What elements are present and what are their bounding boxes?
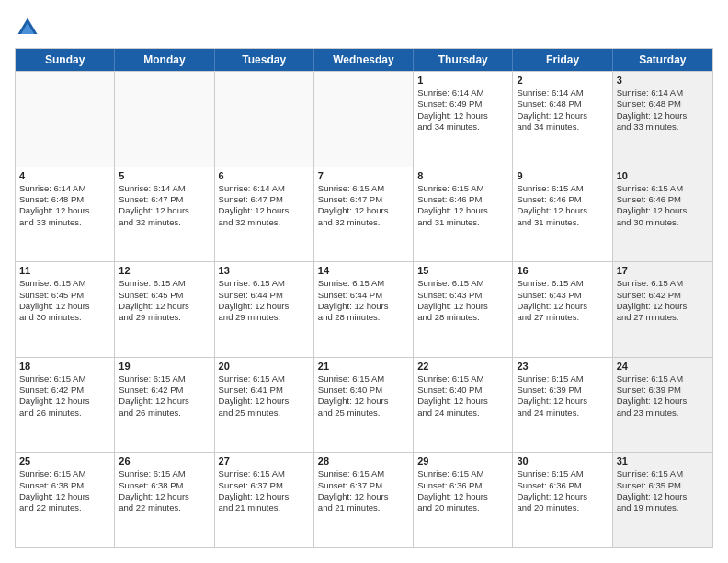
daylight-hours: and 34 minutes. <box>417 121 508 132</box>
day-number: 22 <box>417 361 508 372</box>
daylight-hours: Daylight: 12 hours <box>617 396 709 407</box>
day-number: 18 <box>19 361 110 372</box>
header-day-monday: Monday <box>115 49 214 71</box>
daylight-hours: Sunrise: 6:15 AM <box>417 278 508 289</box>
daylight-hours: Sunrise: 6:14 AM <box>517 87 608 98</box>
daylight-hours: and 33 minutes. <box>19 217 110 228</box>
header-day-thursday: Thursday <box>414 49 513 71</box>
daylight-hours: Daylight: 12 hours <box>417 491 508 502</box>
daylight-hours: Sunrise: 6:15 AM <box>19 373 110 385</box>
daylight-hours: Sunset: 6:47 PM <box>318 194 409 205</box>
daylight-hours: Daylight: 12 hours <box>517 205 608 216</box>
daylight-hours: Sunset: 6:44 PM <box>219 290 310 301</box>
day-number: 24 <box>617 361 709 372</box>
daylight-hours: Sunrise: 6:14 AM <box>417 87 508 98</box>
daylight-hours: Sunset: 6:38 PM <box>119 480 210 491</box>
table-row: 16Sunrise: 6:15 AMSunset: 6:43 PMDayligh… <box>513 262 612 357</box>
daylight-hours: Daylight: 12 hours <box>219 491 310 502</box>
week-row-3: 18Sunrise: 6:15 AMSunset: 6:42 PMDayligh… <box>16 357 712 453</box>
daylight-hours: and 27 minutes. <box>617 312 709 323</box>
daylight-hours: Daylight: 12 hours <box>517 301 608 312</box>
day-number: 4 <box>19 170 110 181</box>
daylight-hours: Daylight: 12 hours <box>19 205 110 216</box>
daylight-hours: Daylight: 12 hours <box>219 396 310 407</box>
table-row: 24Sunrise: 6:15 AMSunset: 6:39 PMDayligh… <box>613 358 712 453</box>
daylight-hours: and 26 minutes. <box>19 408 110 419</box>
daylight-hours: and 29 minutes. <box>119 312 210 323</box>
table-row: 21Sunrise: 6:15 AMSunset: 6:40 PMDayligh… <box>314 358 414 453</box>
page: SundayMondayTuesdayWednesdayThursdayFrid… <box>0 0 728 563</box>
daylight-hours: and 32 minutes. <box>318 217 409 228</box>
day-number: 15 <box>417 265 508 276</box>
daylight-hours: Sunrise: 6:15 AM <box>417 373 508 385</box>
daylight-hours: Sunrise: 6:15 AM <box>617 373 709 385</box>
table-row: 10Sunrise: 6:15 AMSunset: 6:46 PMDayligh… <box>613 167 712 262</box>
daylight-hours: Sunset: 6:35 PM <box>617 480 709 491</box>
daylight-hours: and 32 minutes. <box>219 217 310 228</box>
daylight-hours: Sunrise: 6:14 AM <box>119 183 210 194</box>
daylight-hours: and 33 minutes. <box>617 121 709 132</box>
daylight-hours: Daylight: 12 hours <box>119 491 210 502</box>
daylight-hours: and 22 minutes. <box>119 502 210 513</box>
calendar-body: 1Sunrise: 6:14 AMSunset: 6:49 PMDaylight… <box>16 71 712 547</box>
table-row <box>16 72 115 167</box>
daylight-hours: and 31 minutes. <box>417 217 508 228</box>
daylight-hours: Sunset: 6:42 PM <box>19 385 110 396</box>
header-day-sunday: Sunday <box>16 49 115 71</box>
daylight-hours: Sunset: 6:48 PM <box>617 98 709 109</box>
daylight-hours: and 27 minutes. <box>517 312 608 323</box>
daylight-hours: and 22 minutes. <box>19 502 110 513</box>
daylight-hours: Daylight: 12 hours <box>417 205 508 216</box>
daylight-hours: and 24 minutes. <box>517 408 608 419</box>
daylight-hours: and 29 minutes. <box>219 312 310 323</box>
daylight-hours: and 25 minutes. <box>219 408 310 419</box>
table-row: 23Sunrise: 6:15 AMSunset: 6:39 PMDayligh… <box>513 358 612 453</box>
daylight-hours: Sunset: 6:47 PM <box>219 194 310 205</box>
day-number: 16 <box>517 265 608 276</box>
table-row: 30Sunrise: 6:15 AMSunset: 6:36 PMDayligh… <box>513 453 612 547</box>
daylight-hours: Sunrise: 6:15 AM <box>517 278 608 289</box>
daylight-hours: Daylight: 12 hours <box>219 205 310 216</box>
day-number: 25 <box>19 455 110 466</box>
table-row: 13Sunrise: 6:15 AMSunset: 6:44 PMDayligh… <box>215 262 314 357</box>
daylight-hours: Sunset: 6:45 PM <box>19 290 110 301</box>
daylight-hours: and 21 minutes. <box>219 502 310 513</box>
logo <box>15 15 44 40</box>
table-row: 29Sunrise: 6:15 AMSunset: 6:36 PMDayligh… <box>414 453 513 547</box>
daylight-hours: Daylight: 12 hours <box>417 396 508 407</box>
day-number: 29 <box>417 455 508 466</box>
table-row <box>215 72 314 167</box>
daylight-hours: and 32 minutes. <box>119 217 210 228</box>
calendar-header: SundayMondayTuesdayWednesdayThursdayFrid… <box>16 49 712 71</box>
day-number: 20 <box>219 361 310 372</box>
daylight-hours: Sunrise: 6:14 AM <box>19 183 110 194</box>
week-row-0: 1Sunrise: 6:14 AMSunset: 6:49 PMDaylight… <box>16 71 712 167</box>
table-row: 4Sunrise: 6:14 AMSunset: 6:48 PMDaylight… <box>16 167 115 262</box>
daylight-hours: Sunrise: 6:15 AM <box>219 373 310 385</box>
daylight-hours: Sunrise: 6:15 AM <box>417 183 508 194</box>
daylight-hours: Daylight: 12 hours <box>119 205 210 216</box>
daylight-hours: Sunset: 6:40 PM <box>417 385 508 396</box>
daylight-hours: Daylight: 12 hours <box>19 396 110 407</box>
daylight-hours: Sunset: 6:48 PM <box>19 194 110 205</box>
daylight-hours: and 28 minutes. <box>318 312 409 323</box>
daylight-hours: Sunset: 6:39 PM <box>517 385 608 396</box>
header-day-friday: Friday <box>513 49 612 71</box>
daylight-hours: Daylight: 12 hours <box>119 396 210 407</box>
day-number: 1 <box>417 75 508 86</box>
daylight-hours: Sunset: 6:39 PM <box>617 385 709 396</box>
table-row: 17Sunrise: 6:15 AMSunset: 6:42 PMDayligh… <box>613 262 712 357</box>
daylight-hours: Sunset: 6:36 PM <box>517 480 608 491</box>
daylight-hours: Sunrise: 6:14 AM <box>617 87 709 98</box>
daylight-hours: Sunset: 6:37 PM <box>318 480 409 491</box>
day-number: 17 <box>617 265 709 276</box>
table-row: 25Sunrise: 6:15 AMSunset: 6:38 PMDayligh… <box>16 453 115 547</box>
day-number: 10 <box>617 170 709 181</box>
header-day-saturday: Saturday <box>613 49 712 71</box>
daylight-hours: Daylight: 12 hours <box>517 110 608 121</box>
table-row: 11Sunrise: 6:15 AMSunset: 6:45 PMDayligh… <box>16 262 115 357</box>
day-number: 12 <box>119 265 210 276</box>
logo-icon <box>15 15 40 40</box>
daylight-hours: Sunrise: 6:15 AM <box>318 278 409 289</box>
daylight-hours: and 25 minutes. <box>318 408 409 419</box>
